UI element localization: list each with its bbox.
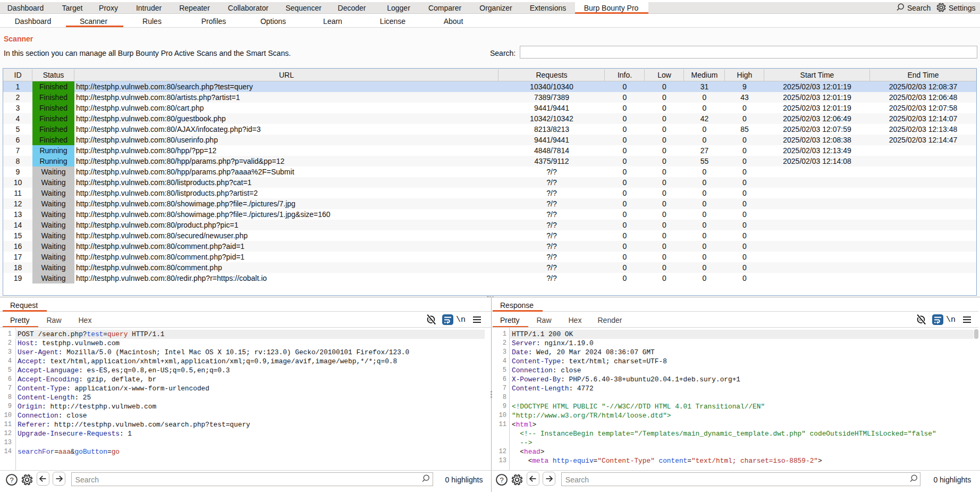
svg-text:?: ?	[10, 476, 14, 483]
svg-text:?: ?	[500, 476, 504, 483]
